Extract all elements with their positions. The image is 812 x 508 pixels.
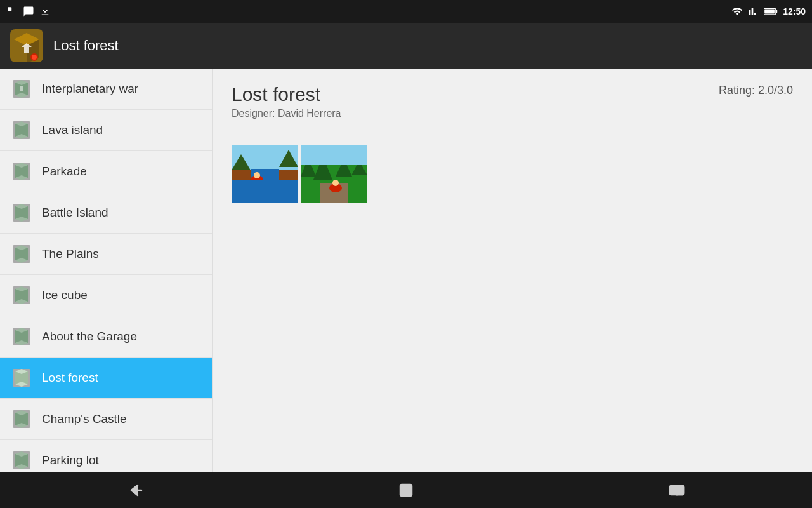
svg-rect-57	[339, 146, 349, 154]
sidebar-item-interplanetary-war[interactable]: Interplanetary war	[0, 69, 212, 110]
screenshot-1[interactable]	[232, 145, 298, 203]
nav-bar	[0, 472, 812, 508]
sidebar-item-battle-island[interactable]: Battle Island	[0, 192, 212, 234]
home-button[interactable]	[381, 478, 431, 503]
sidebar-item-parkade[interactable]: Parkade	[0, 151, 212, 192]
svg-rect-48	[301, 145, 367, 167]
recent-apps-button[interactable]	[652, 478, 702, 503]
sidebar-label-about-the-garage: About the Garage	[42, 330, 137, 344]
svg-point-47	[254, 172, 260, 178]
sidebar-item-lava-island[interactable]: Lava island	[0, 110, 212, 151]
sidebar-label-parkade: Parkade	[42, 164, 87, 178]
svg-rect-13	[20, 86, 23, 91]
download-icon	[39, 6, 51, 17]
sidebar-item-about-the-garage[interactable]: About the Garage	[0, 316, 212, 358]
sidebar-label-ice-cube: Ice cube	[42, 288, 88, 302]
sidebar-label-lava-island: Lava island	[42, 123, 103, 137]
svg-text:6: 6	[341, 147, 344, 154]
svg-rect-0	[8, 7, 11, 11]
map-icon-champs-castle	[10, 408, 33, 431]
sidebar-item-the-plains[interactable]: The Plains	[0, 234, 212, 275]
content-designer: Designer: David Herrera	[232, 108, 341, 119]
svg-rect-3	[764, 9, 775, 13]
map-icon-battle-island	[10, 201, 33, 224]
sidebar-label-parking-lot: Parking lot	[42, 453, 99, 467]
map-icon-lava-island	[10, 119, 33, 142]
map-icon-ice-cube	[10, 284, 33, 307]
content-area: Lost forest Designer: David Herrera Rati…	[213, 69, 812, 472]
status-left-icons	[6, 6, 51, 17]
sidebar-item-parking-lot[interactable]: Parking lot	[0, 440, 212, 472]
sidebar-label-champs-castle: Champ's Castle	[42, 412, 127, 426]
back-button[interactable]	[110, 478, 160, 503]
svg-rect-59	[400, 485, 412, 496]
screenshot-2[interactable]: 6	[301, 145, 367, 203]
clock: 12:50	[783, 6, 806, 17]
sidebar-label-lost-forest: Lost forest	[42, 371, 98, 385]
map-icon-the-plains	[10, 243, 33, 265]
sidebar-label-the-plains: The Plains	[42, 247, 99, 261]
map-icon-interplanetary	[10, 77, 33, 100]
app-icon	[10, 29, 43, 62]
map-icon-about-the-garage	[10, 325, 33, 348]
signal-icon	[749, 6, 759, 17]
screenshots-row: 6	[232, 145, 793, 203]
map-icon-parkade	[10, 160, 33, 183]
wifi-icon	[731, 6, 743, 17]
svg-point-9	[32, 55, 37, 60]
svg-rect-2	[776, 10, 777, 13]
content-title-block: Lost forest Designer: David Herrera	[232, 84, 341, 132]
sidebar-item-champs-castle[interactable]: Champ's Castle	[0, 399, 212, 440]
chat-icon	[23, 6, 34, 17]
battery-icon	[764, 6, 778, 17]
sidebar-item-lost-forest[interactable]: Lost forest	[0, 358, 212, 399]
sidebar-label-interplanetary-war: Interplanetary war	[42, 82, 138, 96]
content-header: Lost forest Designer: David Herrera Rati…	[232, 84, 793, 132]
svg-rect-62	[675, 486, 684, 495]
sidebar-label-battle-island: Battle Island	[42, 206, 108, 220]
map-icon-lost-forest	[10, 366, 33, 389]
map-icon-parking-lot	[10, 449, 33, 472]
svg-point-56	[332, 180, 339, 186]
sidebar-item-ice-cube[interactable]: Ice cube	[0, 275, 212, 316]
content-title: Lost forest	[232, 84, 341, 105]
status-bar: 12:50	[0, 0, 812, 23]
app-bar: Lost forest	[0, 23, 812, 69]
screenshot-1-svg	[232, 145, 298, 203]
content-rating: Rating: 2.0/3.0	[719, 84, 793, 97]
main-layout: Interplanetary war Lava island Parkade B…	[0, 69, 812, 472]
status-right-icons: 12:50	[731, 6, 806, 17]
notification-icon	[6, 6, 18, 17]
app-bar-title: Lost forest	[53, 37, 119, 54]
screenshot-2-svg: 6	[301, 145, 367, 203]
sidebar: Interplanetary war Lava island Parkade B…	[0, 69, 213, 472]
game-box-svg	[10, 29, 43, 62]
